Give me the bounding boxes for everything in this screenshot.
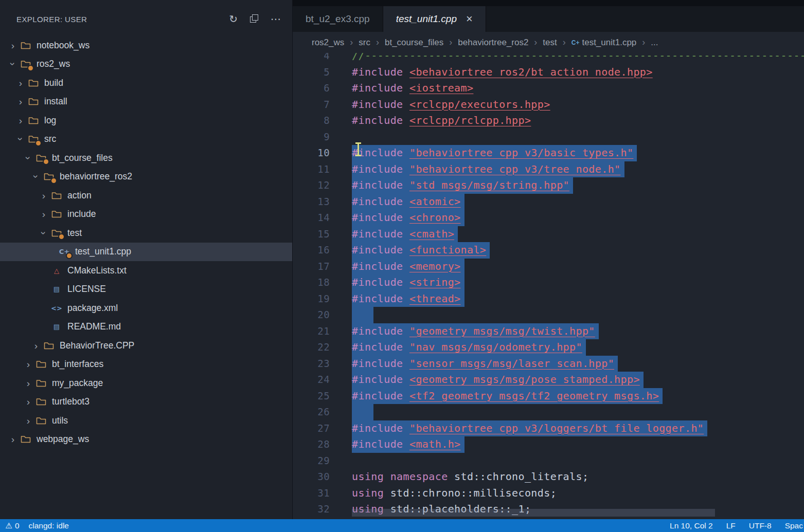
tree-item-label: log bbox=[44, 115, 56, 126]
code-token: <rclcpp/executors.hpp> bbox=[409, 98, 550, 111]
status-text: 0 bbox=[15, 521, 20, 530]
breadcrumb-label: behaviortree_ros2 bbox=[458, 38, 528, 48]
code-token: #include bbox=[352, 438, 403, 450]
tree-item-action[interactable]: ›action bbox=[0, 186, 292, 205]
open-editors-icon[interactable] bbox=[250, 14, 258, 24]
tree-item-utils[interactable]: ›utils bbox=[0, 411, 292, 430]
explorer-title: EXPLORER: USER bbox=[16, 15, 87, 24]
line-number: 25 bbox=[293, 388, 330, 405]
tab-test_unit1.cpp[interactable]: test_unit1.cpp× bbox=[383, 6, 486, 32]
tree-item-log[interactable]: ›log bbox=[0, 111, 292, 130]
breadcrumb-item-behaviortree_ros2[interactable]: behaviortree_ros2 bbox=[458, 38, 528, 48]
code-line-28: 28#include <math.h> bbox=[293, 436, 804, 453]
line-number: 4 bbox=[293, 53, 330, 64]
selection-highlight: #include "behaviortree_cpp_v3/tree_node.… bbox=[352, 161, 624, 178]
vscode-window: EXPLORER: USER ↻⋯ ›notebook_ws›ros2_ws›b… bbox=[0, 0, 804, 519]
code-token: std::chrono::milliseconds; bbox=[384, 487, 557, 499]
code-token: "behaviortree_cpp_v3/loggers/bt_file_log… bbox=[409, 422, 704, 434]
folder-icon bbox=[20, 434, 32, 445]
code-token: using bbox=[352, 470, 384, 483]
ibeam-cursor bbox=[354, 142, 362, 156]
folder-icon bbox=[27, 134, 40, 145]
breadcrumb-item-...[interactable]: ... bbox=[651, 38, 658, 48]
overlapping-squares-icon bbox=[250, 14, 258, 23]
modified-dot bbox=[50, 177, 57, 184]
code-token: "behaviortree_cpp_v3/tree_node.h" bbox=[409, 163, 621, 175]
tree-item-package.xml[interactable]: <>package.xml bbox=[0, 299, 292, 318]
line-content: #include <string> bbox=[330, 274, 464, 291]
tree-item-label: README.md bbox=[67, 321, 121, 332]
tree-item-webpage_ws[interactable]: ›webpage_ws bbox=[0, 430, 292, 449]
breadcrumb-item-ros2_ws[interactable]: ros2_ws bbox=[312, 38, 344, 48]
folder-icon bbox=[27, 96, 40, 107]
tree-item-test[interactable]: ›test bbox=[0, 224, 292, 243]
tree-item-src[interactable]: ›src bbox=[0, 130, 292, 149]
line-number: 12 bbox=[293, 177, 330, 194]
code-token: #include bbox=[352, 163, 403, 175]
line-content: #include <rclcpp/executors.hpp> bbox=[330, 97, 550, 113]
code-line-7: 7#include <rclcpp/executors.hpp> bbox=[293, 97, 804, 113]
tree-item-my_package[interactable]: ›my_package bbox=[0, 374, 292, 393]
tree-item-BehaviorTree.CPP[interactable]: ›BehaviorTree.CPP bbox=[0, 336, 292, 355]
tree-item-CMakeLists.txt[interactable]: △CMakeLists.txt bbox=[0, 261, 292, 280]
status-indentation[interactable]: Spac bbox=[785, 521, 803, 530]
code-token bbox=[403, 390, 409, 402]
code-line-6: 6#include <iostream> bbox=[293, 80, 804, 97]
tree-item-turtlebot3[interactable]: ›turtlebot3 bbox=[0, 393, 292, 412]
code-token: "sensor_msgs/msg/laser_scan.hpp" bbox=[409, 357, 614, 370]
line-content bbox=[330, 307, 373, 323]
code-editor[interactable]: 4//-------------------------------------… bbox=[293, 53, 804, 519]
chevron-right-icon: › bbox=[15, 116, 26, 125]
line-number: 18 bbox=[293, 274, 330, 291]
more-actions-icon[interactable]: ⋯ bbox=[271, 14, 281, 24]
close-icon[interactable]: × bbox=[466, 13, 473, 25]
explorer-sidebar: EXPLORER: USER ↻⋯ ›notebook_ws›ros2_ws›b… bbox=[0, 0, 292, 519]
code-line-13: 13#include <atomic> bbox=[293, 194, 804, 210]
tree-item-notebook_ws[interactable]: ›notebook_ws bbox=[0, 36, 292, 55]
status-eol-sequence[interactable]: LF bbox=[726, 521, 736, 530]
line-content: #include <behaviortree_ros2/bt_action_no… bbox=[330, 64, 653, 81]
chevron-right-icon: › bbox=[376, 37, 379, 48]
folder-icon bbox=[43, 171, 55, 182]
status-problems[interactable]: ⚠0 bbox=[5, 521, 20, 530]
tree-item-behaviortree_ros2[interactable]: ›behaviortree_ros2 bbox=[0, 168, 292, 187]
status-clangd-status[interactable]: clangd: idle bbox=[29, 521, 69, 530]
tree-item-label: install bbox=[44, 96, 67, 107]
tree-item-bt_interfaces[interactable]: ›bt_interfaces bbox=[0, 355, 292, 374]
breadcrumb-item-bt_course_files[interactable]: bt_course_files bbox=[385, 38, 443, 48]
tree-item-README.md[interactable]: ▤README.md bbox=[0, 318, 292, 337]
tree-item-include[interactable]: ›include bbox=[0, 205, 292, 224]
tree-item-install[interactable]: ›install bbox=[0, 93, 292, 112]
tab-label: test_unit1.cpp bbox=[396, 13, 457, 25]
status-encoding[interactable]: UTF-8 bbox=[749, 521, 772, 530]
line-content: #include <memory> bbox=[330, 259, 464, 275]
code-token: #include bbox=[352, 373, 403, 386]
code-token: #include bbox=[352, 292, 403, 305]
tree-item-ros2_ws[interactable]: ›ros2_ws bbox=[0, 55, 292, 74]
line-content: #include <chrono> bbox=[330, 210, 464, 226]
xml-file-icon: <> bbox=[50, 302, 63, 314]
status-cursor-position[interactable]: Ln 10, Col 2 bbox=[670, 521, 713, 530]
refresh-explorer-icon[interactable]: ↻ bbox=[229, 14, 238, 24]
code-token: <atomic> bbox=[409, 195, 461, 208]
code-token: namespace bbox=[390, 470, 448, 483]
selection-highlight: #include <math.h> bbox=[352, 436, 464, 453]
line-number: 31 bbox=[293, 485, 330, 502]
code-token bbox=[403, 438, 409, 450]
code-token: #include bbox=[352, 390, 403, 402]
horizontal-scrollbar[interactable] bbox=[352, 509, 715, 517]
code-token bbox=[403, 260, 409, 272]
line-content: using namespace std::chrono_literals; bbox=[330, 469, 588, 485]
tab-bt_u2_ex3.cpp[interactable]: bt_u2_ex3.cpp bbox=[293, 6, 383, 32]
selection-highlight: #include "std_msgs/msg/string.hpp" bbox=[352, 177, 573, 194]
breadcrumb-item-src[interactable]: src bbox=[359, 38, 370, 48]
code-token bbox=[403, 292, 409, 305]
breadcrumb-item-test_unit1.cpp[interactable]: C+test_unit1.cpp bbox=[571, 38, 637, 48]
breadcrumb-item-test[interactable]: test bbox=[543, 38, 557, 48]
tree-item-bt_course_files[interactable]: ›bt_course_files bbox=[0, 149, 292, 168]
tree-item-build[interactable]: ›build bbox=[0, 74, 292, 93]
explorer-header: EXPLORER: USER ↻⋯ bbox=[0, 0, 292, 36]
folder-icon bbox=[50, 190, 63, 201]
tree-item-LICENSE[interactable]: ▤LICENSE bbox=[0, 280, 292, 299]
tree-item-test_unit1.cpp[interactable]: C+test_unit1.cpp bbox=[0, 243, 292, 262]
